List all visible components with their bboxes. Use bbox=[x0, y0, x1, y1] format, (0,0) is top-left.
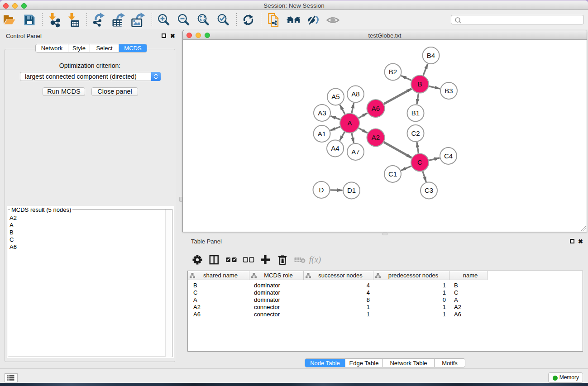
svg-text:C3: C3 bbox=[425, 186, 433, 194]
svg-text:A: A bbox=[347, 119, 352, 127]
svg-text:A1: A1 bbox=[318, 130, 326, 138]
svg-text:D1: D1 bbox=[347, 186, 356, 194]
svg-text:C2: C2 bbox=[411, 129, 420, 137]
svg-text:B1: B1 bbox=[411, 109, 420, 117]
svg-text:A7: A7 bbox=[351, 148, 359, 156]
svg-text:C1: C1 bbox=[388, 170, 397, 178]
svg-text:B3: B3 bbox=[445, 87, 453, 95]
svg-text:C4: C4 bbox=[444, 152, 453, 160]
svg-text:f(x): f(x) bbox=[309, 255, 321, 265]
svg-text:A3: A3 bbox=[318, 109, 326, 117]
svg-text:A5: A5 bbox=[331, 93, 339, 100]
svg-text:B4: B4 bbox=[427, 52, 435, 59]
svg-text:B2: B2 bbox=[389, 68, 397, 76]
svg-text:A8: A8 bbox=[351, 90, 359, 98]
svg-text:A4: A4 bbox=[331, 144, 339, 152]
svg-text:C: C bbox=[417, 158, 422, 166]
svg-text:A6: A6 bbox=[372, 105, 380, 112]
svg-text:D: D bbox=[319, 186, 324, 194]
svg-text:B: B bbox=[417, 80, 422, 88]
svg-text:A2: A2 bbox=[372, 133, 380, 141]
